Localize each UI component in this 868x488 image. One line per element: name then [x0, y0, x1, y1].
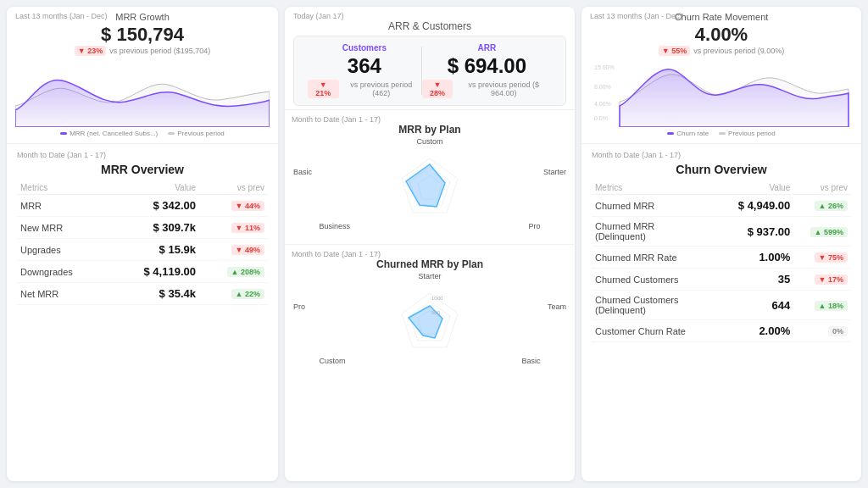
table-row: Customer Churn Rate 2.00% 0%	[592, 320, 851, 342]
mrr-legend: MRR (net. Cancelled Subs...) Previous pe…	[15, 127, 270, 140]
center-period2: Month to Date (Jan 1 - 17)	[292, 250, 568, 258]
customers-label: Customers	[308, 43, 421, 53]
left-panel: Last 13 months (Jan - Dec) MRR Growth $ …	[7, 7, 278, 481]
table-row: Churned MRR (Delinquent) $ 937.00 ▲ 599%	[592, 217, 851, 247]
svg-text:0.0%: 0.0%	[594, 115, 608, 121]
label-basic: Basic	[293, 168, 312, 176]
arr-sub-text: vs previous period ($ 964.00)	[455, 80, 552, 97]
arr-metrics-box: Customers 364 ▼ 21% vs previous period (…	[293, 36, 566, 106]
metric-value: $ 309.7k	[108, 217, 199, 239]
metric-value: $ 937.00	[718, 217, 794, 247]
churn-period-label: Last 13 months (Jan - Dec)	[590, 12, 682, 20]
arr-sub: ▼ 28% vs previous period ($ 964.00)	[422, 80, 552, 98]
col-value: Value	[108, 181, 199, 195]
churn-legend: Churn rate Previous period	[590, 127, 853, 140]
metric-change: ▲ 599%	[793, 217, 851, 247]
churn-chart-sub: ▼ 55% vs previous period (9.00%)	[590, 46, 853, 56]
legend-churn-prev: Previous period	[728, 130, 776, 137]
metric-value: 2.00%	[718, 320, 794, 342]
label-business: Business	[320, 222, 351, 230]
dashboard: Last 13 months (Jan - Dec) MRR Growth $ …	[0, 0, 868, 488]
churn-col-metrics: Metrics	[592, 181, 718, 195]
churn-overview-period: Month to Date (Jan 1 - 17)	[592, 151, 851, 159]
svg-text:4.00%: 4.00%	[594, 101, 611, 107]
label-team: Team	[548, 302, 566, 311]
center-period1: Month to Date (Jan 1 - 17)	[292, 115, 568, 124]
table-row: MRR $ 342.00 ▼ 44%	[17, 195, 268, 217]
right-panel: Last 13 months (Jan - Dec) Churn Rate Mo…	[581, 7, 861, 481]
mrr-sparkline	[15, 59, 270, 127]
metric-change: ▼ 44%	[199, 195, 268, 217]
mrr-overview-title: MRR Overview	[17, 163, 268, 176]
churned-radar-svg: 1000 500	[383, 280, 476, 365]
customers-badge: ▼ 21%	[308, 80, 339, 98]
metric-label: Churned MRR (Delinquent)	[592, 217, 718, 247]
mrr-main-value: $ 150,794	[15, 24, 270, 46]
metric-label: New MRR	[17, 217, 108, 239]
customers-metric: Customers 364 ▼ 21% vs previous period (…	[308, 43, 421, 98]
metric-value: $ 4,949.00	[718, 195, 794, 217]
mrr-by-plan-section: Month to Date (Jan 1 - 17) MRR by Plan C…	[285, 109, 575, 244]
metric-label: Downgrades	[17, 261, 108, 283]
churn-col-value: Value	[718, 181, 794, 195]
churned-radar-container: Starter Pro Team Custom Basic 1000 500	[292, 272, 568, 374]
mrr-overview-table: Metrics Value vs prev MRR $ 342.00 ▼ 44%…	[17, 181, 268, 305]
table-row: Churned MRR $ 4,949.00 ▲ 26%	[592, 195, 851, 217]
churn-sub-text: vs previous period (9.00%)	[693, 47, 784, 55]
metric-label: Customer Churn Rate	[592, 320, 718, 342]
customers-sub: ▼ 21% vs previous period (462)	[308, 80, 421, 98]
label-pro: Pro	[528, 222, 540, 230]
churn-overview-table: Metrics Value vs prev Churned MRR $ 4,94…	[592, 181, 851, 342]
metric-label: Churned MRR	[592, 195, 718, 217]
arr-label: ARR	[422, 43, 552, 53]
metric-label: Churned Customers (Delinquent)	[592, 291, 718, 320]
legend-mrr: MRR (net. Cancelled Subs...)	[70, 130, 158, 137]
churn-overview: Month to Date (Jan 1 - 17) Churn Overvie…	[581, 144, 861, 481]
label-starter2: Starter	[418, 272, 441, 280]
churn-col-vs-prev: vs prev	[793, 181, 851, 195]
svg-text:500: 500	[431, 310, 441, 315]
metric-label: Upgrades	[17, 239, 108, 261]
metric-change: ▼ 49%	[199, 239, 268, 261]
table-row: Churned Customers (Delinquent) 644 ▲ 18%	[592, 291, 851, 320]
churn-sparkline: 15.00% 8.00% 4.00% 0.0%	[590, 59, 853, 127]
table-row: Downgrades $ 4,119.00 ▲ 208%	[17, 261, 268, 283]
churned-by-plan-section: Month to Date (Jan 1 - 17) Churned MRR b…	[285, 244, 575, 379]
metric-value: $ 342.00	[108, 195, 199, 217]
svg-text:8.00%: 8.00%	[594, 84, 611, 90]
mrr-radar-svg	[383, 146, 476, 230]
table-row: New MRR $ 309.7k ▼ 11%	[17, 217, 268, 239]
metric-value: 1.00%	[718, 247, 794, 269]
mrr-plan-title: MRR by Plan	[292, 124, 568, 136]
metric-change: ▼ 75%	[793, 247, 851, 269]
legend-prev: Previous period	[177, 130, 225, 137]
col-metrics: Metrics	[17, 181, 108, 195]
churn-chart-area: Last 13 months (Jan - Dec) Churn Rate Mo…	[581, 7, 861, 144]
arr-badge: ▼ 28%	[422, 80, 453, 98]
mrr-sub-text: vs previous period ($195,704)	[109, 47, 210, 55]
arr-metric: ARR $ 694.00 ▼ 28% vs previous period ($…	[422, 43, 552, 98]
table-row: Net MRR $ 35.4k ▲ 22%	[17, 283, 268, 305]
churn-main-value: 4.00%	[590, 24, 853, 46]
metric-change: ▲ 26%	[793, 195, 851, 217]
metric-value: 644	[718, 291, 794, 320]
arr-top: Today (Jan 17) ARR & Customers Customers…	[285, 7, 575, 109]
metric-change: ▲ 22%	[199, 283, 268, 305]
metric-change: 0%	[793, 320, 851, 342]
mrr-chart-area: Last 13 months (Jan - Dec) MRR Growth $ …	[7, 7, 278, 144]
metric-label: Net MRR	[17, 283, 108, 305]
mrr-chart-sub: ▼ 23% vs previous period ($195,704)	[15, 46, 270, 56]
arr-title: ARR & Customers	[293, 20, 566, 32]
label-custom2: Custom	[320, 357, 346, 365]
label-basic2: Basic	[521, 357, 540, 365]
metric-value: $ 4,119.00	[108, 261, 199, 283]
table-row: Churned MRR Rate 1.00% ▼ 75%	[592, 247, 851, 269]
metric-label: MRR	[17, 195, 108, 217]
metric-change: ▲ 208%	[199, 261, 268, 283]
table-row: Churned Customers 35 ▼ 17%	[592, 269, 851, 291]
metric-value: $ 35.4k	[108, 283, 199, 305]
mrr-period-label: Last 13 months (Jan - Dec)	[15, 12, 108, 20]
metric-change: ▼ 17%	[793, 269, 851, 291]
metric-change: ▼ 11%	[199, 217, 268, 239]
churn-overview-title: Churn Overview	[592, 163, 851, 176]
